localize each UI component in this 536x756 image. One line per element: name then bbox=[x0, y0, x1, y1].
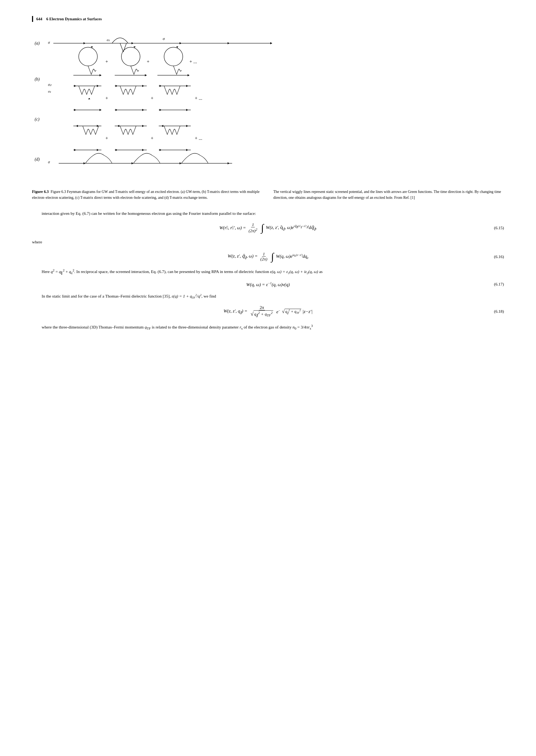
svg-marker-27 bbox=[187, 74, 189, 76]
svg-marker-67 bbox=[161, 125, 163, 127]
caption-left: Figure 6.3 Figure 6.3 Feynman diagrams f… bbox=[32, 189, 263, 201]
svg-text:+ ...: + ... bbox=[195, 136, 202, 141]
figure-caption: Figure 6.3 Figure 6.3 Feynman diagrams f… bbox=[32, 189, 504, 201]
body-paragraph-1: interaction given by Eq. (6.7) can be wr… bbox=[32, 210, 504, 217]
header-text: 644 6 Electron Dynamics at Surfaces bbox=[36, 17, 102, 21]
svg-marker-60 bbox=[117, 125, 119, 127]
svg-marker-23 bbox=[100, 74, 101, 76]
svg-text:(d): (d) bbox=[35, 157, 40, 162]
svg-marker-39 bbox=[116, 85, 117, 87]
svg-marker-68 bbox=[186, 125, 188, 127]
figure-image: (a) (b) (c) (d) σ σ₁ bbox=[32, 30, 504, 185]
figure-section: (a) (b) (c) (d) σ σ₁ bbox=[32, 30, 504, 201]
equation-615: W(r⃗, r⃗′, ω) = 1 (2π)2 ∫ W(z, z′, q̄∥, … bbox=[32, 222, 504, 233]
svg-text:σ₁: σ₁ bbox=[48, 89, 51, 93]
svg-marker-63 bbox=[116, 149, 117, 151]
body-paragraph-3: Here q2 = q∥2 + qz2. In reciprocal space… bbox=[32, 268, 504, 276]
svg-point-13 bbox=[79, 47, 97, 66]
svg-marker-47 bbox=[186, 85, 188, 87]
svg-marker-32 bbox=[100, 109, 101, 111]
svg-text:(b): (b) bbox=[35, 77, 40, 82]
body-paragraph-4: In the static limit and for the case of … bbox=[32, 293, 504, 300]
svg-marker-9 bbox=[180, 42, 182, 44]
svg-marker-46 bbox=[159, 85, 161, 87]
svg-text:σ: σ bbox=[48, 41, 50, 45]
svg-text:+: + bbox=[151, 95, 153, 101]
equation-616: W(z, z′, q̄∥, ω) = 1 (2π) ∫ W(q, ω)eiqz(… bbox=[32, 251, 504, 262]
svg-marker-76 bbox=[132, 162, 133, 164]
svg-point-19 bbox=[164, 47, 183, 66]
svg-marker-36 bbox=[88, 98, 90, 99]
svg-text:σ₁: σ₁ bbox=[107, 38, 110, 42]
svg-marker-43 bbox=[142, 109, 144, 111]
svg-text:+ ...: + ... bbox=[195, 95, 202, 101]
svg-marker-42 bbox=[116, 109, 117, 111]
equation-617: W(q, ω) = ε−1(q, ω)v(q) (6.17) bbox=[32, 281, 504, 288]
svg-marker-10 bbox=[228, 42, 229, 44]
svg-text:+: + bbox=[151, 136, 153, 141]
equation-618: W(z, z′, q∥) = 2π √q∥2 + qTF2 e− √q∥2 + … bbox=[32, 305, 504, 318]
svg-text:σ: σ bbox=[48, 160, 50, 164]
svg-marker-5 bbox=[270, 42, 272, 44]
svg-text:+: + bbox=[105, 59, 108, 64]
page-header: 644 6 Electron Dynamics at Surfaces bbox=[32, 16, 504, 22]
svg-text:(c): (c) bbox=[35, 117, 40, 122]
svg-marker-7 bbox=[84, 42, 85, 44]
svg-marker-64 bbox=[142, 149, 144, 151]
svg-text:+: + bbox=[147, 59, 150, 64]
svg-marker-25 bbox=[145, 74, 147, 76]
svg-marker-56 bbox=[74, 149, 76, 151]
svg-marker-70 bbox=[159, 149, 161, 151]
svg-point-16 bbox=[121, 47, 140, 66]
svg-marker-40 bbox=[142, 85, 144, 87]
svg-text:(a): (a) bbox=[35, 41, 40, 46]
header-bar bbox=[32, 16, 33, 22]
body-where: where bbox=[32, 239, 504, 246]
svg-marker-78 bbox=[228, 162, 229, 164]
body-paragraph-5: where the three-dimensional (3D) Thomas–… bbox=[32, 323, 504, 331]
svg-marker-34 bbox=[74, 85, 76, 87]
svg-marker-49 bbox=[159, 109, 161, 111]
svg-marker-75 bbox=[84, 162, 85, 164]
svg-marker-57 bbox=[97, 149, 99, 151]
svg-marker-35 bbox=[97, 85, 99, 87]
svg-marker-71 bbox=[186, 149, 188, 151]
caption-right: The vertical wiggly lines represent stat… bbox=[274, 189, 504, 201]
svg-marker-31 bbox=[74, 109, 76, 111]
svg-text:σ: σ bbox=[163, 37, 165, 41]
svg-marker-50 bbox=[186, 109, 188, 111]
svg-marker-8 bbox=[132, 42, 133, 44]
svg-text:+: + bbox=[105, 95, 108, 101]
svg-text:+: + bbox=[105, 136, 108, 141]
svg-text:σ₂: σ₂ bbox=[48, 83, 51, 87]
svg-marker-53 bbox=[76, 125, 78, 127]
svg-marker-61 bbox=[142, 125, 144, 127]
svg-text:+ ...: + ... bbox=[189, 59, 197, 64]
svg-marker-77 bbox=[180, 162, 182, 164]
